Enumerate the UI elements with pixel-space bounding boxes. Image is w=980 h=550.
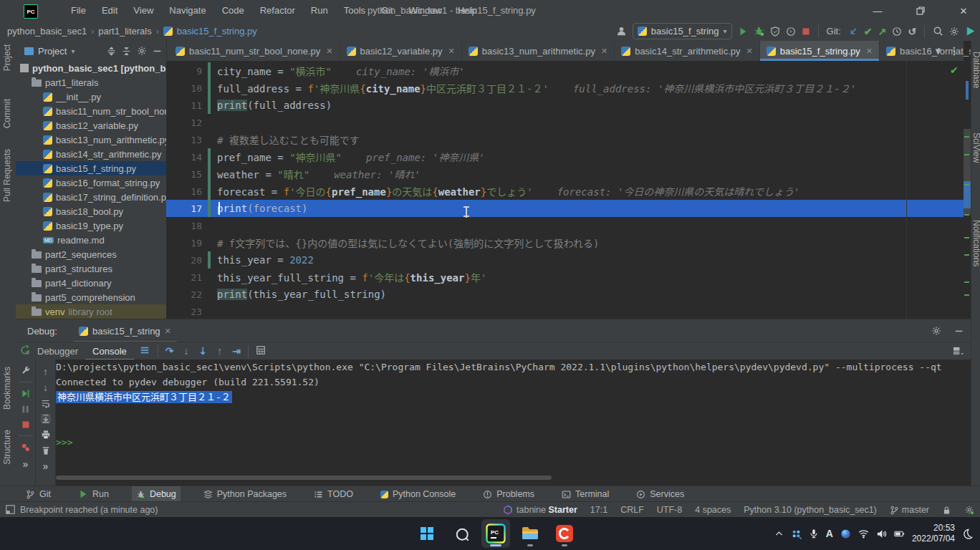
code-line-10[interactable]: 10 full_address = f'神奈川県{city_name}中区元浜町… [166,79,964,97]
code-editor[interactable]: 9 city_name = "横浜市" city_name: '横浜市' 10 … [166,61,964,319]
toolwindow-python-packages[interactable]: Python Packages [199,486,291,502]
battery-button[interactable] [894,529,905,539]
stop-button[interactable] [802,27,810,36]
console-hscrollbar-thumb[interactable] [56,476,552,480]
more-vertical-button[interactable]: ⋮ [949,46,959,56]
chevron-down-button[interactable]: ▾ [936,46,941,56]
stop-button[interactable] [21,420,30,429]
close-icon[interactable]: ✕ [326,47,332,56]
stripe-notifications[interactable]: Notifications [971,220,980,266]
code-line-11[interactable]: 11 print(full_address) [166,97,964,114]
tree-item-basic12-variable-py[interactable]: basic12_variable.py [16,118,166,132]
debug-session-tab[interactable]: basic15_f_string✕ [73,319,177,342]
toolwindow-run[interactable]: Run [74,486,113,502]
toolwindow-debug[interactable]: Debug [132,486,181,502]
breadcrumb-file[interactable]: basic15_f_string.py [177,26,257,37]
close-icon[interactable]: ✕ [165,327,171,336]
minimize-button[interactable]: — [867,0,888,21]
tree-item-basic19-type-py[interactable]: basic19_type.py [16,218,166,233]
run-configuration-select[interactable]: basic15_f_string ▾ [633,23,732,39]
profiler-button[interactable] [786,26,796,37]
search-ball-button[interactable] [840,529,851,539]
search-button[interactable] [447,519,476,548]
tree-item-part5-comprehension[interactable]: part5_comprehension [16,290,166,304]
close-icon[interactable]: ✕ [448,47,454,56]
scroll-down-button[interactable]: ↓ [43,382,48,392]
editor-tab-basic14-str-arithmetic-py[interactable]: basic14_str_arithmetic.py✕ [615,41,760,61]
code-line-17[interactable]: 17 print(forecast) [166,200,964,217]
taskbar-clock[interactable]: 20:532022/07/04 [912,523,955,544]
editor-tab-basic13-num-arithmetic-py[interactable]: basic13_num_arithmetic.py✕ [462,41,615,61]
tree-root[interactable]: python_basic_sec1 [python_basic] D:¥ [16,61,166,75]
stripe-sciview[interactable]: SciView [971,132,980,163]
force-step-into-button[interactable]: ⇣ [199,346,208,356]
gear-badge-button[interactable] [964,505,974,515]
git-branch-widget[interactable]: master [890,505,929,515]
tree-item-basic13-num-arithmetic-py[interactable]: basic13_num_arithmetic.py [16,132,166,147]
stripe-structure[interactable]: Structure [2,430,12,465]
breadcrumb-item[interactable]: python_basic_sec1 [7,26,87,37]
settings-wrench-button[interactable] [21,365,31,375]
toolwindow-todo[interactable]: TODO [309,486,357,502]
stripe-pull-requests[interactable]: Pull Requests [2,149,12,202]
code-line-19[interactable]: 19 # f文字列では、{}内の値の型は気にしなくてよい(強制的に文字列として扱… [166,234,964,251]
code-line-12[interactable]: 12 [166,114,964,131]
code-line-15[interactable]: 15 weather = "晴れ" weather: '晴れ' [166,165,964,183]
editor-tab-basic12-variable-py[interactable]: basic12_variable.py✕ [340,41,462,61]
tree-item-readme-md[interactable]: MDreadme.md [16,233,166,247]
win-update-button[interactable] [791,529,802,539]
push-button[interactable]: ↗ [878,26,887,37]
scroll-up-button[interactable]: ↑ [43,367,48,377]
rollback-button[interactable]: ↺ [908,26,916,37]
restore-layout-button[interactable] [953,346,964,357]
tree-item-basic14-str-arithmetic-py[interactable]: basic14_str_arithmetic.py [16,147,166,161]
interpreter-widget[interactable]: Python 3.10 (python_basic_sec1) [744,505,877,515]
tree-item-basic15-f-string-py[interactable]: basic15_f_string.py [16,161,166,175]
status-message[interactable]: Breakpoint reached (a minute ago) [20,502,158,518]
start-button[interactable] [413,519,441,548]
more-button[interactable]: » [23,459,29,469]
code-line-20[interactable]: 20 this_year = 2022 [166,251,964,269]
editor-tab-basic11-num-str-bool-none-py[interactable]: basic11_num_str_bool_none.py✕ [169,41,340,61]
rerun-button[interactable] [20,345,30,355]
soft-wrap-button[interactable] [41,398,51,408]
code-line-9[interactable]: 9 city_name = "横浜市" city_name: '横浜市' [166,62,964,79]
collapse-all-button[interactable] [122,47,131,56]
tree-item-basic11-num-str-bool-none-py[interactable]: basic11_num_str_bool_none.py [16,104,166,118]
microphone-button[interactable] [809,529,819,539]
menu-code[interactable]: Code [214,0,252,21]
expand-all-button[interactable] [107,47,116,56]
wifi-button[interactable] [858,529,869,539]
toolwindow-problems[interactable]: Problems [479,486,539,502]
code-line-22[interactable]: 22 print(this_year_full_string) [166,286,964,303]
tree-item-basic16-format-string-py[interactable]: basic16_format_string.py [16,175,166,190]
clear-button[interactable] [41,445,51,455]
hide-button[interactable] [153,47,162,56]
tree-item--init-py[interactable]: __init__.py [16,90,166,104]
close-icon[interactable]: ✕ [866,47,873,56]
menu-run[interactable]: Run [303,0,336,21]
ai-plugin-button[interactable] [965,26,976,37]
debug-tab-debugger[interactable]: Debugger [30,342,85,360]
tabnine-widget[interactable]: tabnine Starter [503,505,577,515]
toolwindow-terminal[interactable]: Terminal [557,486,613,502]
resume-button[interactable] [21,389,30,398]
tree-item-basic17-string-definition-py[interactable]: basic17_string_definition.py [16,190,166,204]
lock-button[interactable] [942,506,951,515]
restore-button[interactable] [910,0,931,21]
user-setup-button[interactable] [616,26,627,37]
line-separator-widget[interactable]: CRLF [620,505,644,515]
code-line-18[interactable]: 18 [166,217,964,234]
print-button[interactable] [41,430,51,440]
stripe-database[interactable]: Database [971,52,980,88]
menu-view[interactable]: View [125,0,161,21]
volume-button[interactable] [876,529,887,539]
close-icon[interactable]: ✕ [746,47,753,56]
evaluate-expression-button[interactable] [256,345,266,355]
inspections-ok-icon[interactable]: ✔ [950,64,959,76]
code-line-13[interactable]: 13 # 複数差し込むことも可能です [166,131,964,148]
menu-navigate[interactable]: Navigate [161,0,213,21]
scroll-to-end-button[interactable] [41,414,51,424]
stripe-project[interactable]: Project [2,44,12,71]
tray-expand-button[interactable] [774,529,784,539]
